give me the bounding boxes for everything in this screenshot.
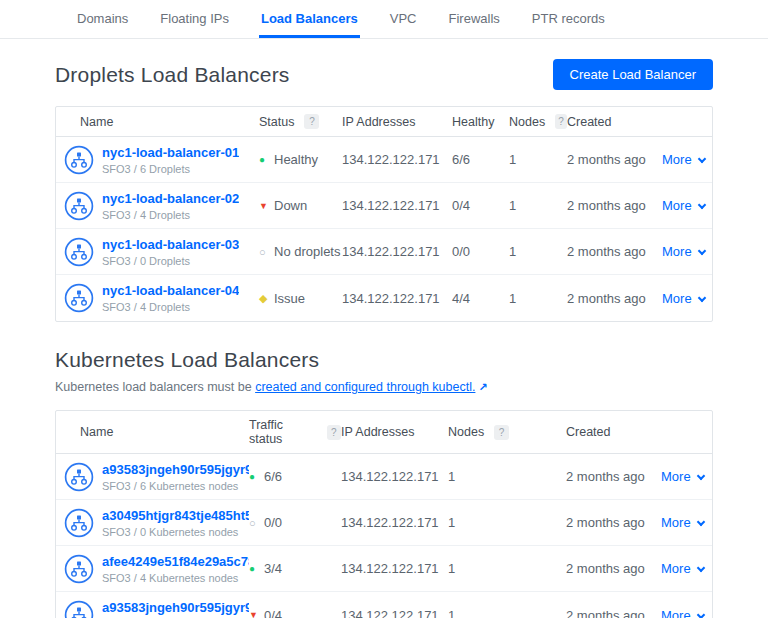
- tab-ptr-records[interactable]: PTR records: [530, 8, 607, 38]
- status-icon: [259, 246, 274, 258]
- ip-address: 134.122.122.171: [342, 291, 452, 306]
- lb-name-link[interactable]: a93583jngeh90r595jgyr94...: [102, 462, 249, 477]
- column-header-status: Status: [259, 115, 294, 129]
- chevron-down-icon: [696, 564, 704, 572]
- kubectl-docs-link[interactable]: created and configured through kubectl.: [255, 380, 475, 394]
- more-label: More: [661, 608, 691, 618]
- load-balancer-icon: [64, 462, 94, 492]
- load-balancer-icon: [64, 554, 94, 584]
- load-balancer-icon: [64, 191, 94, 221]
- table-row: nyc1-load-balancer-01 SFO3 / 6 Droplets …: [56, 137, 712, 183]
- more-label: More: [662, 198, 692, 213]
- chevron-down-icon: [697, 293, 705, 301]
- top-nav: Domains Floating IPs Load Balancers VPC …: [0, 0, 768, 39]
- ip-address: 134.122.122.171: [342, 198, 452, 213]
- table-header-row: Name Traffic status? IP Addresses Nodes?…: [56, 411, 712, 454]
- more-label: More: [661, 561, 691, 576]
- lb-region-label: SFO3 / 0 Kubernetes nodes: [102, 526, 249, 538]
- created-time: 2 months ago: [567, 244, 662, 259]
- table-row: a93583jngeh90r595jgyr94... SFO3 / 6 Kube…: [56, 454, 712, 500]
- lb-region-label: SFO3 / 6 Kubernetes nodes: [102, 480, 249, 492]
- tab-vpc[interactable]: VPC: [388, 8, 419, 38]
- lb-name-link[interactable]: nyc1-load-balancer-02: [102, 191, 239, 206]
- created-time: 2 months ago: [567, 291, 662, 306]
- chevron-down-icon: [696, 610, 704, 618]
- status-icon: [259, 292, 274, 305]
- more-button[interactable]: More: [661, 608, 704, 618]
- tab-firewalls[interactable]: Firewalls: [447, 8, 502, 38]
- kubernetes-description-text: Kubernetes load balancers must be: [55, 380, 255, 394]
- more-label: More: [662, 291, 692, 306]
- ip-address: 134.122.122.171: [341, 608, 448, 618]
- traffic-status-value: 3/4: [264, 561, 282, 576]
- healthy-count: 6/6: [452, 152, 509, 167]
- lb-name-link[interactable]: afee4249e51f84e29a5c78...: [102, 554, 249, 569]
- lb-name-link[interactable]: nyc1-load-balancer-04: [102, 283, 239, 298]
- more-button[interactable]: More: [661, 515, 704, 530]
- status-icon: [249, 517, 264, 529]
- more-label: More: [662, 244, 692, 259]
- created-time: 2 months ago: [567, 198, 662, 213]
- column-header-name: Name: [56, 108, 259, 136]
- more-button[interactable]: More: [661, 561, 704, 576]
- column-header-nodes: Nodes: [509, 115, 545, 129]
- tab-domains[interactable]: Domains: [75, 8, 130, 38]
- kubernetes-section-title: Kubernetes Load Balancers: [55, 348, 319, 372]
- column-header-created: Created: [567, 108, 662, 136]
- create-load-balancer-button[interactable]: Create Load Balancer: [553, 59, 713, 90]
- status-label: Down: [274, 198, 307, 213]
- help-icon[interactable]: ?: [555, 114, 567, 129]
- nodes-count: 1: [448, 561, 566, 576]
- ip-address: 134.122.122.171: [342, 152, 452, 167]
- kubernetes-load-balancers-table: Name Traffic status? IP Addresses Nodes?…: [55, 410, 713, 618]
- created-time: 2 months ago: [566, 561, 661, 576]
- lb-name-link[interactable]: a93583jngeh90r595jgyr94...: [102, 600, 249, 615]
- created-time: 2 months ago: [567, 152, 662, 167]
- traffic-status-value: 0/0: [264, 515, 282, 530]
- lb-name-link[interactable]: a30495htjgr843tje485ht56...: [102, 508, 249, 523]
- load-balancer-icon: [64, 237, 94, 267]
- healthy-count: 0/0: [452, 244, 509, 259]
- chevron-down-icon: [696, 518, 704, 526]
- status-icon: [259, 154, 274, 165]
- more-label: More: [661, 515, 691, 530]
- status-label: Healthy: [274, 152, 318, 167]
- load-balancer-icon: [64, 600, 94, 618]
- lb-name-link[interactable]: nyc1-load-balancer-03: [102, 237, 239, 252]
- more-button[interactable]: More: [662, 152, 705, 167]
- more-label: More: [661, 469, 691, 484]
- more-button[interactable]: More: [662, 244, 705, 259]
- table-row: afee4249e51f84e29a5c78... SFO3 / 4 Kuber…: [56, 546, 712, 592]
- nodes-count: 1: [448, 515, 566, 530]
- status-icon: [249, 610, 264, 618]
- status-icon: [249, 563, 264, 574]
- status-label: Issue: [274, 291, 305, 306]
- tab-floating-ips[interactable]: Floating IPs: [158, 8, 231, 38]
- traffic-status-value: 0/4: [264, 608, 282, 618]
- more-button[interactable]: More: [662, 198, 705, 213]
- ip-address: 134.122.122.171: [341, 561, 448, 576]
- more-button[interactable]: More: [662, 291, 705, 306]
- lb-region-label: SFO3 / 4 Droplets: [102, 209, 239, 221]
- nodes-count: 1: [509, 198, 567, 213]
- table-row: nyc1-load-balancer-04 SFO3 / 4 Droplets …: [56, 275, 712, 321]
- ip-address: 134.122.122.171: [341, 469, 448, 484]
- table-header-row: Name Status? IP Addresses Healthy Nodes?…: [56, 107, 712, 137]
- lb-name-link[interactable]: nyc1-load-balancer-01: [102, 145, 239, 160]
- more-label: More: [662, 152, 692, 167]
- chevron-down-icon: [696, 472, 704, 480]
- status-icon: [249, 471, 264, 482]
- column-header-traffic-status: Traffic status: [249, 418, 317, 446]
- column-header-ip-addresses: IP Addresses: [341, 418, 448, 446]
- chevron-down-icon: [697, 201, 705, 209]
- lb-region-label: SFO3 / 4 Kubernetes nodes: [102, 572, 249, 584]
- chevron-down-icon: [697, 247, 705, 255]
- more-button[interactable]: More: [661, 469, 704, 484]
- tab-load-balancers[interactable]: Load Balancers: [259, 8, 360, 38]
- help-icon[interactable]: ?: [304, 114, 319, 129]
- nodes-count: 1: [448, 469, 566, 484]
- help-icon[interactable]: ?: [327, 425, 341, 440]
- nodes-count: 1: [509, 244, 567, 259]
- table-row: nyc1-load-balancer-02 SFO3 / 4 Droplets …: [56, 183, 712, 229]
- help-icon[interactable]: ?: [494, 425, 509, 440]
